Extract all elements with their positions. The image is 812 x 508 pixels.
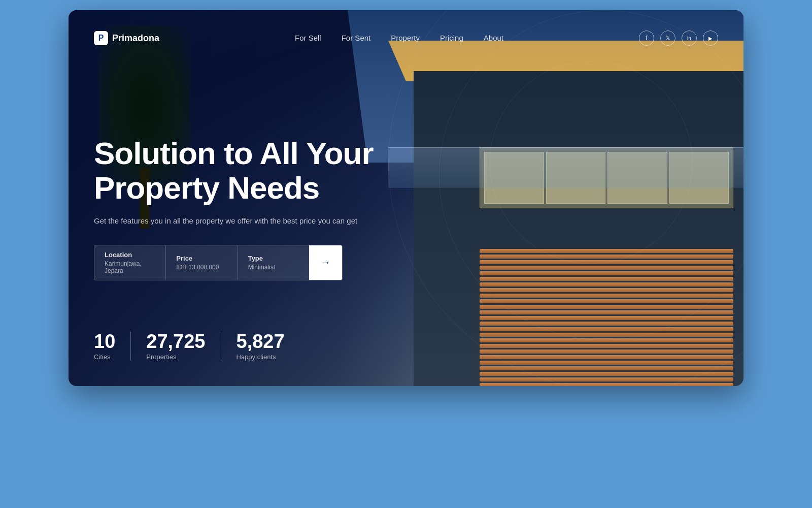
logo-icon: P [94,31,108,45]
price-value: IDR 13,000,000 [176,264,227,271]
outer-wrapper: P Primadona For Sell For Sent Property P… [0,0,812,508]
linkedin-icon[interactable]: in [682,30,697,46]
navbar: P Primadona For Sell For Sent Property P… [69,10,743,66]
search-button[interactable]: → [309,245,342,280]
logo[interactable]: P Primadona [94,31,159,45]
type-label: Type [248,255,299,262]
hero-title-line2: Property Needs [94,170,319,205]
stats-row: 10 Cities 27,725 Properties 5,827 Happy … [94,332,300,361]
nav-item-for-sell[interactable]: For Sell [295,34,321,43]
nav-link-about[interactable]: About [484,34,503,42]
stat-properties: 27,725 Properties [130,332,220,361]
hero-title-line1: Solution to All Your [94,136,374,171]
youtube-icon[interactable]: ▶ [703,30,718,46]
search-bar: Location Karimunjawa, Jepara Price IDR 1… [94,245,343,280]
location-field[interactable]: Location Karimunjawa, Jepara [94,245,166,280]
type-value: Minimalist [248,264,299,271]
hero-title: Solution to All Your Property Needs [94,136,374,205]
stat-clients-label: Happy clients [236,353,285,361]
social-icons: f 𝕏 in ▶ [639,30,718,46]
twitter-icon[interactable]: 𝕏 [660,30,675,46]
nav-item-about[interactable]: About [484,34,503,43]
circle-deco-3 [490,61,693,264]
location-value: Karimunjawa, Jepara [105,260,155,274]
nav-link-for-sent[interactable]: For Sent [342,34,371,42]
nav-link-pricing[interactable]: Pricing [440,34,463,42]
price-label: Price [176,255,227,262]
stat-cities-label: Cities [94,353,115,361]
type-field[interactable]: Type Minimalist [238,245,309,280]
nav-link-for-sell[interactable]: For Sell [295,34,321,42]
stat-properties-number: 27,725 [146,332,205,351]
hero-content: Solution to All Your Property Needs Get … [94,136,374,280]
hero-card: P Primadona For Sell For Sent Property P… [69,10,743,386]
nav-link-property[interactable]: Property [391,34,420,42]
facebook-icon[interactable]: f [639,30,654,46]
stat-clients-number: 5,827 [236,332,285,351]
brand-name: Primadona [112,33,159,44]
nav-links: For Sell For Sent Property Pricing About [295,34,503,43]
price-field[interactable]: Price IDR 13,000,000 [166,245,238,280]
hero-subtitle: Get the features you in all the property… [94,215,363,227]
location-label: Location [105,251,155,259]
nav-item-for-sent[interactable]: For Sent [342,34,371,43]
stat-properties-label: Properties [146,353,205,361]
stat-cities-number: 10 [94,332,115,351]
stat-cities: 10 Cities [94,332,130,361]
nav-item-property[interactable]: Property [391,34,420,43]
logo-letter: P [98,34,104,43]
stat-clients: 5,827 Happy clients [221,332,300,361]
nav-item-pricing[interactable]: Pricing [440,34,463,43]
